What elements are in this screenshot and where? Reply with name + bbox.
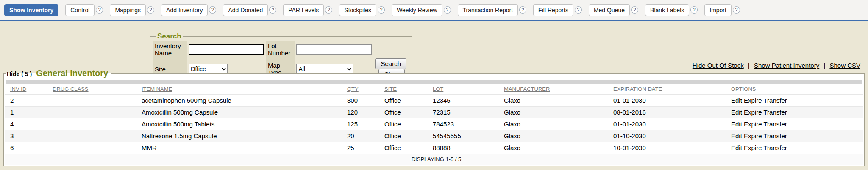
expire-link[interactable]: Expire	[744, 132, 762, 140]
cell-expiration: 10-01-2030	[611, 142, 729, 154]
tab-group: Import ?	[704, 4, 740, 16]
cell-options: Edit Expire Transfer	[729, 106, 863, 118]
tab-group: Control ?	[65, 4, 103, 16]
column-header-manufacturer[interactable]: MANUFACTURER	[501, 84, 611, 94]
inventory-name-input[interactable]	[189, 44, 264, 55]
cell-lot: 72315	[430, 106, 501, 118]
hide-out-of-stock-link[interactable]: Hide Out Of Stock	[693, 62, 744, 69]
inventory-body: 2acetaminophen 500mg Capsule300Office123…	[5, 94, 863, 154]
cell-site: Office	[382, 142, 430, 154]
cell-inv-id: 6	[5, 142, 50, 154]
general-inventory-panel: Hide ( 5 ) General Inventory INV IDDRUG …	[3, 69, 865, 166]
cell-item-name: Amoxicillin 500mg Tablets	[139, 118, 345, 130]
help-icon[interactable]: ?	[631, 6, 638, 14]
column-header-drug-class[interactable]: DRUG CLASS	[50, 84, 139, 94]
edit-link[interactable]: Edit	[731, 97, 742, 104]
search-button[interactable]: Search	[375, 58, 406, 69]
cell-options: Edit Expire Transfer	[729, 118, 863, 130]
table-row: 4Amoxicillin 500mg Tablets125Office78452…	[5, 118, 863, 130]
cell-drug-class	[50, 142, 139, 154]
cell-drug-class	[50, 118, 139, 130]
help-icon[interactable]: ?	[733, 6, 740, 14]
help-icon[interactable]: ?	[575, 6, 582, 14]
cell-drug-class	[50, 94, 139, 106]
tab-fill-reports[interactable]: Fill Reports	[533, 4, 573, 16]
lot-number-label: Lot Number	[266, 41, 295, 58]
help-icon[interactable]: ?	[690, 6, 698, 14]
table-row: 6MMR25Office88888Glaxo10-01-2030Edit Exp…	[5, 142, 863, 154]
inventory-name-label: Inventory Name	[153, 41, 187, 58]
cell-site: Office	[382, 106, 430, 118]
cell-lot: 88888	[430, 142, 501, 154]
cell-qty: 20	[345, 130, 382, 142]
cell-lot: 784523	[430, 118, 501, 130]
help-icon[interactable]: ?	[325, 6, 332, 14]
show-patient-inventory-link[interactable]: Show Patient Inventory	[754, 62, 819, 69]
cell-drug-class	[50, 106, 139, 118]
tab-par-levels[interactable]: PAR Levels	[283, 4, 324, 16]
tab-add-donated[interactable]: Add Donated	[223, 4, 268, 16]
inventory-footer-row: DISPLAYING 1-5 / 5	[5, 154, 863, 165]
help-icon[interactable]: ?	[378, 6, 385, 14]
column-header-qty[interactable]: QTY	[345, 84, 382, 94]
tab-add-inventory[interactable]: Add Inventory	[161, 4, 208, 16]
help-icon[interactable]: ?	[147, 6, 154, 14]
tab-group: Med Queue ?	[589, 4, 638, 16]
edit-link[interactable]: Edit	[731, 132, 742, 140]
cell-qty: 300	[345, 94, 382, 106]
cell-item-name: Amoxicillin 500mg Capsule	[139, 106, 345, 118]
help-icon[interactable]: ?	[209, 6, 216, 14]
tab-group: Add Donated ?	[223, 4, 276, 16]
expire-link[interactable]: Expire	[744, 121, 762, 128]
cell-drug-class	[50, 130, 139, 142]
lot-number-input[interactable]	[296, 44, 372, 55]
tab-stockpiles[interactable]: Stockpiles	[339, 4, 376, 16]
tab-show-inventory[interactable]: Show Inventory	[4, 4, 58, 16]
edit-link[interactable]: Edit	[731, 109, 742, 116]
tab-transaction-report[interactable]: Transaction Report	[458, 4, 518, 16]
help-icon[interactable]: ?	[269, 6, 276, 14]
cell-manufacturer: Glaxo	[501, 94, 611, 106]
cell-expiration: 08-01-2016	[611, 106, 729, 118]
cell-item-name: MMR	[139, 142, 345, 154]
inventory-table: INV IDDRUG CLASSITEM NAMEQTYSITELOTMANUF…	[5, 84, 863, 165]
expire-link[interactable]: Expire	[744, 144, 762, 151]
column-header-options: OPTIONS	[729, 84, 863, 94]
edit-link[interactable]: Edit	[731, 121, 742, 128]
tab-med-queue[interactable]: Med Queue	[589, 4, 630, 16]
transfer-link[interactable]: Transfer	[763, 109, 787, 116]
column-header-item-name[interactable]: ITEM NAME	[139, 84, 345, 94]
cell-manufacturer: Glaxo	[501, 142, 611, 154]
transfer-link[interactable]: Transfer	[763, 132, 787, 140]
edit-link[interactable]: Edit	[731, 144, 742, 151]
transfer-link[interactable]: Transfer	[763, 121, 787, 128]
cell-qty: 125	[345, 118, 382, 130]
hide-count-link[interactable]: Hide ( 5 )	[7, 71, 32, 77]
cell-inv-id: 4	[5, 118, 50, 130]
cell-lot: 12345	[430, 94, 501, 106]
transfer-link[interactable]: Transfer	[763, 144, 787, 151]
quick-links: Hide Out Of Stock | Show Patient Invento…	[693, 62, 860, 69]
column-header-site[interactable]: SITE	[382, 84, 430, 94]
tab-control[interactable]: Control	[65, 4, 95, 16]
tab-mappings[interactable]: Mappings	[110, 4, 146, 16]
table-row: 2acetaminophen 500mg Capsule300Office123…	[5, 94, 863, 106]
help-icon[interactable]: ?	[444, 6, 451, 14]
cell-expiration: 01-01-2030	[611, 118, 729, 130]
search-legend: Search	[156, 32, 183, 41]
transfer-link[interactable]: Transfer	[763, 97, 787, 104]
tab-bar: Show Inventory Control ? Mappings ? Add …	[0, 0, 868, 21]
expire-link[interactable]: Expire	[744, 109, 762, 116]
tab-blank-labels[interactable]: Blank Labels	[645, 4, 689, 16]
show-csv-link[interactable]: Show CSV	[829, 62, 860, 69]
cell-item-name: acetaminophen 500mg Capsule	[139, 94, 345, 106]
tab-weekly-review[interactable]: Weekly Review	[392, 4, 442, 16]
column-header-lot[interactable]: LOT	[430, 84, 501, 94]
expire-link[interactable]: Expire	[744, 97, 762, 104]
help-icon[interactable]: ?	[519, 6, 526, 14]
inventory-page: { "colors": { "page_background": "#ebe7d…	[0, 0, 868, 170]
cell-item-name: Naltrexone 1.5mg Capsule	[139, 130, 345, 142]
help-icon[interactable]: ?	[96, 6, 103, 14]
tab-import[interactable]: Import	[704, 4, 732, 16]
column-header-inv-id[interactable]: INV ID	[5, 84, 50, 94]
